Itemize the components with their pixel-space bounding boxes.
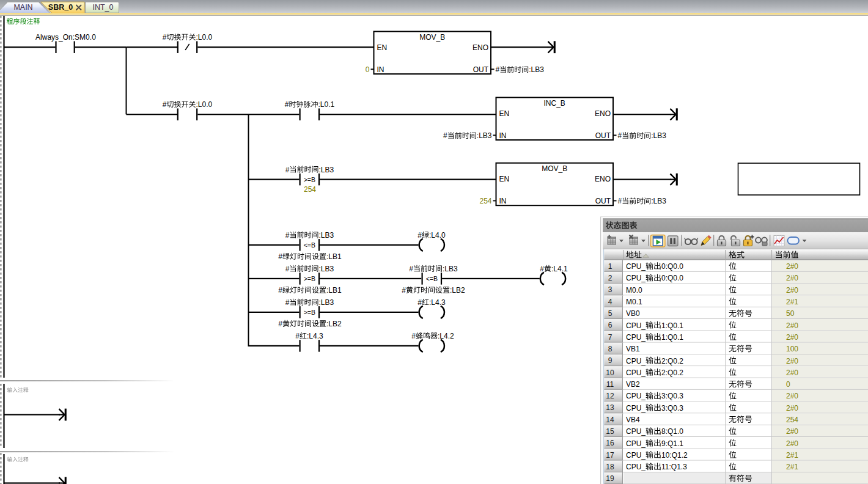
svg-text:2#1: 2#1 [786,298,798,306]
svg-text:10:Q1.2: 10:Q1.2 [661,451,688,460]
svg-text:CPU_: CPU_ [626,404,645,413]
svg-text:13: 13 [606,403,614,412]
svg-text:2#0: 2#0 [786,333,798,342]
svg-text:1:Q0.1: 1:Q0.1 [661,333,683,342]
svg-text:EN: EN [499,109,510,118]
svg-text:2:Q0.2: 2:Q0.2 [661,369,683,377]
svg-text:50: 50 [786,309,795,318]
svg-text:0: 0 [366,65,370,74]
svg-text:IN: IN [377,65,384,74]
svg-text::LB1: :LB1 [326,286,342,295]
svg-text:VB0: VB0 [626,309,640,318]
svg-text:M0.1: M0.1 [626,298,642,306]
svg-text:#: # [417,298,422,307]
svg-text:0: 0 [786,380,790,389]
svg-text:#: # [295,332,300,340]
svg-text:2#0: 2#0 [786,369,798,377]
svg-text:9: 9 [608,356,612,365]
svg-text:16: 16 [606,439,614,447]
svg-text:18: 18 [606,463,614,471]
svg-text:IN: IN [499,131,507,140]
svg-text:#: # [285,298,290,307]
svg-text:2:Q0.2: 2:Q0.2 [661,357,683,365]
svg-text:254: 254 [786,416,798,424]
svg-text:2#0: 2#0 [786,286,798,295]
svg-text:ENO: ENO [473,43,488,52]
svg-text:#: # [618,197,622,205]
svg-text:EN: EN [499,175,510,183]
svg-text:11: 11 [606,380,614,389]
svg-text:#: # [409,265,413,273]
svg-text:INC_B: INC_B [544,99,565,108]
svg-text::L0.0: :L0.0 [196,33,213,42]
svg-text::LB3: :LB3 [651,197,666,205]
svg-text:2#0: 2#0 [786,439,798,448]
svg-text:<=B: <=B [426,275,438,282]
svg-text:0:Q0.0: 0:Q0.0 [661,274,683,282]
svg-text:6: 6 [608,321,612,329]
svg-text::L0.0: :L0.0 [196,100,213,109]
svg-text::LB3: :LB3 [319,265,334,273]
svg-text::LB3: :LB3 [443,265,458,273]
svg-text:100: 100 [786,345,798,353]
svg-text:2#0: 2#0 [786,321,798,330]
svg-text::LB3: :LB3 [477,131,492,140]
svg-text:2: 2 [608,274,612,282]
svg-text::LB3: :LB3 [319,231,334,240]
svg-text:VB4: VB4 [626,416,640,424]
svg-text:9:Q1.1: 9:Q1.1 [661,439,683,448]
svg-text:10: 10 [606,369,614,377]
svg-text:2#0: 2#0 [786,404,798,413]
svg-text:#: # [618,131,622,140]
svg-text:5: 5 [608,309,612,318]
svg-text::LB1: :LB1 [326,252,342,261]
svg-text:#: # [278,320,282,328]
svg-text:#: # [496,65,500,74]
svg-text:254: 254 [304,185,316,194]
svg-text:EN: EN [377,43,388,52]
svg-text:#: # [540,265,544,273]
svg-text::LB2: :LB2 [450,286,465,295]
svg-text:ENO: ENO [595,109,611,118]
svg-text:#: # [285,231,290,240]
svg-text:CPU_: CPU_ [626,333,645,342]
svg-text:#: # [163,100,167,109]
svg-text:Always_On:SM0.0: Always_On:SM0.0 [35,33,96,42]
svg-text:#: # [278,252,282,261]
svg-text:0:Q0.0: 0:Q0.0 [661,262,683,271]
svg-text:2#0: 2#0 [786,262,798,271]
svg-text:8: 8 [608,345,612,353]
svg-text:2#1: 2#1 [786,451,798,460]
svg-text::LB3: :LB3 [319,166,334,174]
svg-text:VB2: VB2 [626,380,640,389]
svg-text:>=B: >=B [304,176,315,183]
svg-text::LB2: :LB2 [326,320,342,328]
svg-text:CPU_: CPU_ [626,463,645,471]
svg-text::L4.1: :L4.1 [551,265,568,273]
svg-text:1:Q0.1: 1:Q0.1 [661,321,683,330]
svg-text:#: # [402,286,406,295]
svg-text:CPU_: CPU_ [626,427,645,436]
svg-text:OUT: OUT [595,197,611,205]
svg-text:#: # [278,286,282,295]
svg-text:12: 12 [606,392,614,400]
svg-text:CPU_: CPU_ [626,274,645,282]
svg-text::LB3: :LB3 [651,131,666,140]
svg-text:OUT: OUT [595,131,611,140]
svg-text:MOV_B: MOV_B [419,33,445,42]
svg-text:3: 3 [608,285,612,294]
svg-text:CPU_: CPU_ [626,392,645,400]
svg-text::LB3: :LB3 [529,65,544,74]
svg-text:2#0: 2#0 [786,392,798,400]
svg-text::L4.3: :L4.3 [307,332,323,340]
svg-text:CPU_: CPU_ [626,262,645,271]
svg-text:ENO: ENO [595,175,611,183]
svg-text:1: 1 [608,262,612,271]
svg-text:2#1: 2#1 [786,463,798,471]
svg-text:#: # [417,231,422,240]
svg-text:CPU_: CPU_ [626,439,645,448]
svg-text:MAIN: MAIN [13,3,32,12]
svg-text:IN: IN [499,197,507,205]
svg-text::LB3: :LB3 [319,298,334,307]
svg-text::L4.2: :L4.2 [438,332,454,340]
